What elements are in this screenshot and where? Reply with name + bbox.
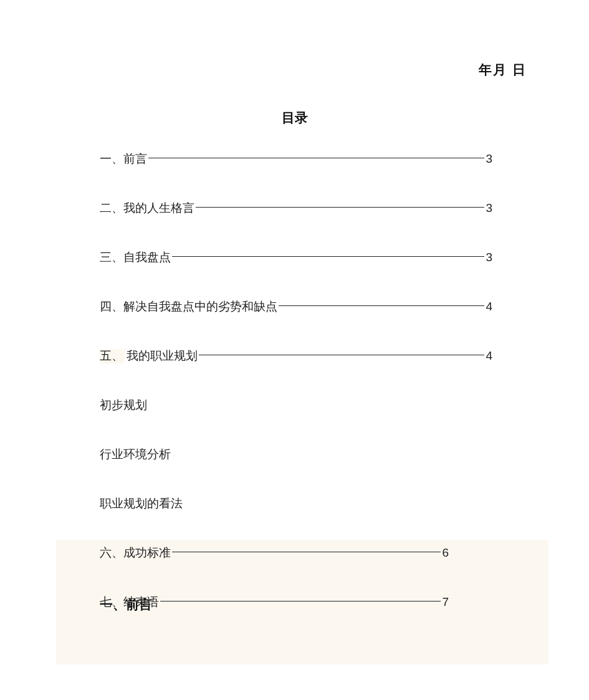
toc-item-page: 3 <box>486 201 492 215</box>
toc-item-page: 7 <box>442 595 449 609</box>
toc-item-prefix: 五、 <box>100 349 125 363</box>
toc-item: 三、自我盘点 3 <box>100 249 492 266</box>
toc-leader <box>172 552 441 552</box>
toc-item: 七、结束语 7 <box>100 594 449 610</box>
toc-item-text: 我的职业规划 <box>127 349 198 362</box>
toc-item-prefix: 六、 <box>100 546 125 560</box>
toc-item: 行业环境分析 <box>100 446 492 463</box>
toc-item-label: 三、自我盘点 <box>100 249 171 266</box>
toc-item-label: 五、 我的职业规划 <box>100 348 198 364</box>
toc-item: 职业规划的看法 <box>100 496 492 512</box>
toc-item: 六、成功标准 6 <box>100 545 449 561</box>
toc-item: 四、解决自我盘点中的劣势和缺点 4 <box>100 299 492 315</box>
date-label: 年月 日 <box>479 61 527 79</box>
toc-item-page: 4 <box>486 300 492 314</box>
toc-item: 五、 我的职业规划 4 <box>100 348 492 364</box>
toc-title: 目录 <box>0 109 589 127</box>
toc-item: 初步规划 <box>100 397 492 413</box>
toc-item-page: 6 <box>442 546 449 560</box>
toc-item: 二、我的人生格言 3 <box>100 200 492 216</box>
toc-item-page: 3 <box>486 152 492 166</box>
toc-leader <box>160 601 441 602</box>
toc-item: 一、前言 3 <box>100 151 492 167</box>
toc-leader <box>199 355 484 355</box>
document-page: 年月 日 目录 一、前言 3 二、我的人生格言 3 三、自我盘点 3 四、解决自… <box>0 0 589 700</box>
toc-item-label: 六、成功标准 <box>100 545 171 561</box>
toc-list: 一、前言 3 二、我的人生格言 3 三、自我盘点 3 四、解决自我盘点中的劣势和… <box>100 151 492 643</box>
toc-item-text: 成功标准 <box>123 546 171 559</box>
toc-leader <box>279 305 484 306</box>
toc-leader <box>196 207 484 208</box>
toc-item-label: 二、我的人生格言 <box>100 200 194 216</box>
toc-item-label: 一、前言 <box>100 151 147 167</box>
toc-item-label: 四、解决自我盘点中的劣势和缺点 <box>100 299 277 315</box>
section-heading: 一、前言 <box>100 596 152 613</box>
toc-leader <box>172 256 484 257</box>
toc-item-page: 4 <box>486 349 492 363</box>
toc-leader <box>148 158 484 158</box>
toc-item-page: 3 <box>486 251 492 264</box>
